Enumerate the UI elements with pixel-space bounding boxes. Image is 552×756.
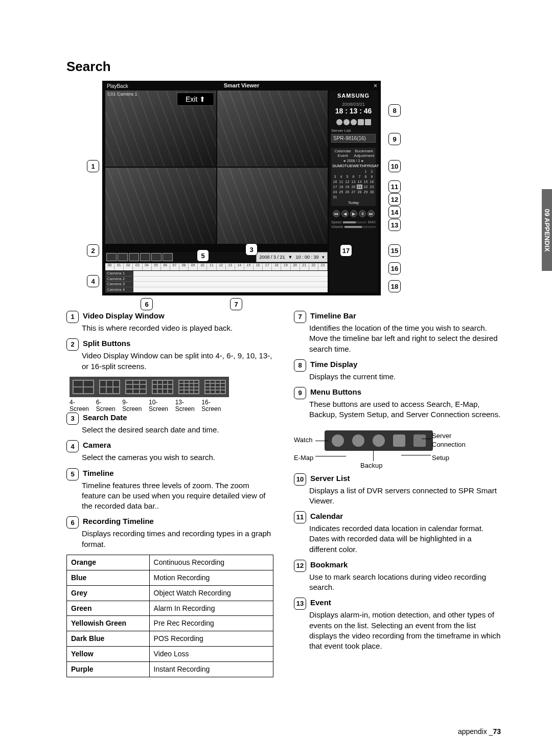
watch-icon (332, 434, 344, 447)
gear-icon (393, 434, 405, 447)
search-date-bar[interactable]: 2008 / 3 / 21 ▼ 10 : 00 : 39 ▾ (256, 252, 328, 262)
gear-icon (358, 119, 364, 125)
screenshot-figure: PlayBack Smart Viewer × C01 Camera 1 Exi… (102, 81, 409, 295)
server-list-item[interactable]: SPR-9816(16) (331, 134, 376, 143)
emap-icon (352, 434, 364, 447)
calendar-panel[interactable]: CalendarBookmark EventAdjustment ◄ 2008 … (331, 148, 376, 206)
page-title: Search (66, 59, 501, 75)
recording-timeline[interactable]: Camera 1Camera 2Camera 3Camera 4 (105, 271, 328, 292)
left-column: 1Video Display WindowThis is where recor… (66, 311, 273, 677)
server-icon (413, 434, 426, 447)
backup-icon (351, 119, 357, 125)
right-column: 7Timeline BarIdentifies the location of … (294, 311, 501, 677)
side-tab: 09 APPENDIX (542, 189, 552, 271)
brand-logo: SAMSUNG (331, 93, 376, 99)
timeline-ruler[interactable]: 0001020304050607080910111213141516171819… (105, 263, 328, 270)
time-display: 18 : 13 : 46 (331, 107, 376, 115)
exit-button[interactable]: Exit ⬆ (177, 93, 214, 106)
menu-buttons[interactable] (331, 119, 376, 125)
server-icon (365, 119, 371, 125)
app-title: Smart Viewer (103, 82, 380, 88)
page-footer: appendix _73 (458, 727, 501, 736)
playback-controls[interactable]: ⏮◀▶⏸⏭ (331, 210, 376, 217)
close-icon[interactable]: × (374, 82, 377, 89)
watch-icon (336, 119, 342, 125)
backup-icon (373, 434, 385, 447)
emap-icon (343, 119, 350, 125)
